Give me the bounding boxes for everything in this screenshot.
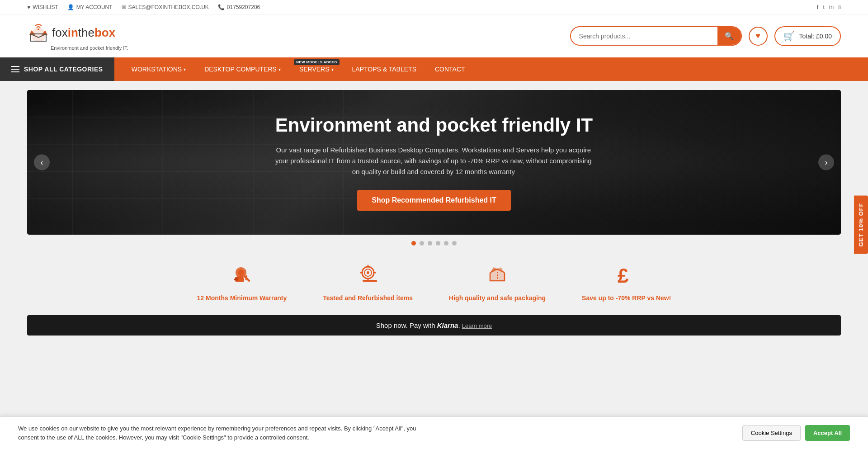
feature-warranty: 12 Months Minimum Warranty [197,264,287,302]
side-offer-text: GET 10% OFF [858,203,864,246]
cart-button[interactable]: 🛒 Total: £0.00 [774,26,841,46]
nav-bar: SHOP ALL CATEGORIES WORKSTATIONS ▾ DESKT… [0,57,868,81]
facebook-link[interactable]: f [817,4,819,10]
svg-point-4 [38,28,39,30]
search-button[interactable]: 🔍 [717,27,741,45]
logo-icon [27,21,50,44]
warranty-icon [231,264,253,290]
hero-section: Environment and pocket friendly IT Our v… [0,81,868,255]
nav-laptops-tablets[interactable]: LAPTOPS & TABLETS [344,57,425,81]
klarna-text: Shop now. Pay with Klarna. Learn more [376,321,492,329]
feature-packaging-label: High quality and safe packaging [449,294,546,302]
slider-prev-button[interactable]: ‹ [34,155,50,170]
social-links: f t in li [817,4,841,10]
logo-text: foxinthebox [52,26,115,40]
email-icon: ✉ [122,4,126,10]
savings-icon: £ [616,264,637,290]
klarna-learn-more[interactable]: Learn more [462,322,492,329]
features-section: 12 Months Minimum Warranty Tested and Re… [0,255,868,315]
feature-warranty-label: 12 Months Minimum Warranty [197,294,287,302]
hero-slider: Environment and pocket friendly IT Our v… [27,90,841,235]
heart-icon: ♥ [755,31,760,41]
nav-desktop-computers[interactable]: DESKTOP COMPUTERS ▾ [196,57,289,81]
shop-all-button[interactable]: SHOP ALL CATEGORIES [0,57,114,81]
header: foxinthebox Environment and pocket frien… [0,14,868,57]
slider-dot-1[interactable] [411,241,416,246]
shop-all-label: SHOP ALL CATEGORIES [24,66,103,73]
side-offer-button[interactable]: GET 10% OFF [854,195,868,254]
email-link[interactable]: ✉ SALES@FOXINTHEBOX.CO.UK [122,4,209,10]
feature-tested-label: Tested and Refurbished items [323,294,413,302]
svg-point-14 [238,269,244,276]
heart-icon: ♥ [27,4,30,10]
nav-contact[interactable]: CONTACT [427,57,473,81]
hero-background: Environment and pocket friendly IT Our v… [27,90,841,235]
my-account-link[interactable]: 👤 MY ACCOUNT [67,4,113,10]
top-bar-left: ♥ WISHLIST 👤 MY ACCOUNT ✉ SALES@FOXINTHE… [27,4,260,10]
nav-servers[interactable]: NEW MODELS ADDED SERVERS ▾ [291,57,342,81]
hero-subtitle: Our vast range of Refurbished Business D… [275,145,592,177]
search-icon: 🔍 [725,32,734,40]
hero-title: Environment and pocket friendly IT [275,114,593,137]
klarna-bar: Shop now. Pay with Klarna. Learn more [27,315,841,336]
slider-next-button[interactable]: › [818,155,834,170]
cart-icon: 🛒 [783,31,795,42]
twitter-link[interactable]: t [823,4,825,10]
logo[interactable]: foxinthebox [27,21,115,44]
hero-content: Environment and pocket friendly IT Our v… [275,114,593,211]
top-bar: ♥ WISHLIST 👤 MY ACCOUNT ✉ SALES@FOXINTHE… [0,0,868,14]
phone-icon: 📞 [218,4,225,10]
slider-dot-5[interactable] [444,241,448,246]
instagram-link[interactable]: in [829,4,834,10]
search-input[interactable] [571,28,717,44]
slider-dots [27,241,841,246]
chevron-down-icon: ▾ [331,67,334,72]
nav-workstations[interactable]: WORKSTATIONS ▾ [123,57,194,81]
chevron-down-icon: ▾ [184,67,186,72]
klarna-brand: Klarna [437,321,458,329]
chevron-down-icon: ▾ [278,67,281,72]
feature-tested: Tested and Refurbished items [323,264,413,302]
slider-dot-6[interactable] [452,241,457,246]
hero-cta-button[interactable]: Shop Recommended Refurbished IT [357,190,511,211]
wishlist-link[interactable]: ♥ WISHLIST [27,4,58,10]
feature-savings: £ Save up to -70% RRP vs New! [582,264,671,302]
svg-text:£: £ [618,265,629,285]
feature-savings-label: Save up to -70% RRP vs New! [582,294,671,302]
hamburger-icon [11,66,19,72]
linkedin-link[interactable]: li [838,4,841,10]
feature-packaging: High quality and safe packaging [449,264,546,302]
nav-links: WORKSTATIONS ▾ DESKTOP COMPUTERS ▾ NEW M… [114,57,868,81]
slider-dot-4[interactable] [436,241,440,246]
wishlist-button[interactable]: ♥ [749,27,768,46]
search-bar[interactable]: 🔍 [570,26,742,46]
user-icon: 👤 [67,4,74,10]
packaging-icon [486,264,508,290]
header-right: 🔍 ♥ 🛒 Total: £0.00 [570,26,841,46]
logo-area[interactable]: foxinthebox Environment and pocket frien… [27,21,128,51]
logo-tagline: Environment and pocket friendly IT. [27,45,128,51]
tested-icon [357,264,379,290]
cart-total: Total: £0.00 [799,33,832,40]
svg-point-17 [367,271,369,274]
new-badge: NEW MODELS ADDED [294,59,339,65]
slider-dot-2[interactable] [420,241,424,246]
phone-link[interactable]: 📞 01759207206 [218,4,260,10]
slider-dot-3[interactable] [428,241,432,246]
